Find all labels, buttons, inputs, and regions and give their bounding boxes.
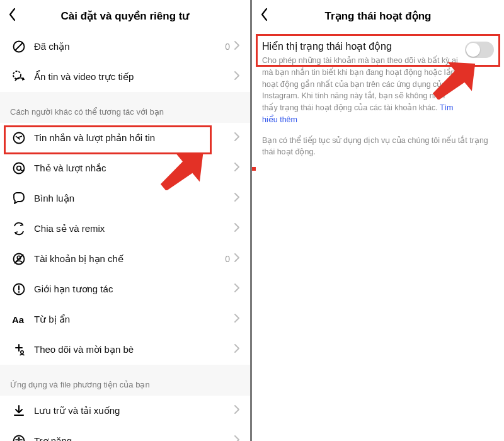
mention-icon [10, 161, 28, 175]
download-icon [10, 404, 28, 418]
row-label: Theo dõi và mời bạn bè [34, 344, 234, 355]
chevron-right-icon [234, 253, 240, 265]
right-header: Trạng thái hoạt động [252, 0, 504, 32]
chevron-right-icon [234, 71, 240, 83]
toggle-title: Hiển thị trạng thái hoạt động [262, 40, 459, 52]
row-label: Giới hạn tương tác [34, 284, 234, 295]
section-divider [0, 365, 250, 371]
chevron-right-icon [234, 40, 240, 53]
limit-icon [10, 282, 28, 296]
top-row-hide[interactable]: Ẩn tin và video trực tiếp [0, 62, 250, 92]
interact-row-limit[interactable]: Giới hạn tương tác [0, 274, 250, 304]
remix-icon [10, 222, 28, 236]
activity-status-note: Bạn có thể tiếp tục sử dụng dịch vụ của … [262, 135, 494, 159]
chevron-right-icon [234, 404, 240, 417]
row-meta: 0 [225, 254, 230, 264]
row-label: Tin nhắn và lượt phản hồi tin [34, 132, 234, 144]
interact-row-remix[interactable]: Chia sẻ và remix [0, 214, 250, 244]
left-header: Cài đặt và quyền riêng tư [0, 0, 250, 32]
comment-icon [10, 192, 28, 205]
back-button[interactable] [260, 8, 268, 24]
hidden-icon [10, 312, 28, 326]
chevron-right-icon [234, 162, 240, 175]
chevron-right-icon [234, 343, 240, 356]
top-row-block[interactable]: Đã chặn0 [0, 32, 250, 62]
chevron-right-icon [234, 132, 240, 144]
row-label: Thẻ và lượt nhắc [34, 163, 234, 174]
activity-status-body: Hiển thị trạng thái hoạt động Cho phép n… [252, 32, 504, 167]
row-label: Bình luận [34, 193, 234, 204]
row-label: Lưu trữ và tải xuống [34, 405, 234, 416]
activity-status-pane: Trạng thái hoạt động Hiển thị trạng thái… [252, 0, 504, 441]
section-divider [0, 92, 250, 98]
access-icon [10, 434, 28, 441]
chevron-right-icon [234, 435, 240, 441]
activity-status-toggle[interactable] [465, 42, 494, 58]
chevron-right-icon [234, 283, 240, 295]
row-meta: 0 [225, 42, 230, 52]
chevron-right-icon [234, 313, 240, 326]
 [252, 167, 256, 171]
back-button[interactable] [8, 8, 16, 24]
section-apps-header: Ứng dụng và file phương tiện của bạn [0, 371, 250, 396]
apps-row-access[interactable]: Trợ năng [0, 426, 250, 441]
chevron-right-icon [234, 222, 240, 235]
apps-row-download[interactable]: Lưu trữ và tải xuống [0, 396, 250, 426]
hide-icon [10, 70, 28, 84]
interact-row-restrict[interactable]: Tài khoản bị hạn chế0 [0, 244, 250, 274]
activity-status-toggle-row: Hiển thị trạng thái hoạt động Cho phép n… [262, 40, 494, 126]
row-label: Từ bị ẩn [34, 314, 234, 325]
toggle-description: Cho phép những tài khoản mà bạn theo dõi… [262, 55, 459, 126]
section-interactions-header: Cách người khác có thể tương tác với bạn [0, 98, 250, 123]
settings-pane: Cài đặt và quyền riêng tư Đã chặn0Ẩn tin… [0, 0, 252, 441]
chevron-right-icon [234, 192, 240, 205]
block-icon [10, 40, 28, 54]
toggle-knob-icon [466, 43, 480, 57]
message-icon [10, 131, 28, 145]
follow-icon [10, 343, 28, 357]
row-label: Chia sẻ và remix [34, 223, 234, 234]
row-label: Đã chặn [34, 41, 225, 52]
page-title: Trạng thái hoạt động [268, 9, 488, 23]
interact-row-follow[interactable]: Theo dõi và mời bạn bè [0, 335, 250, 365]
interact-row-mention[interactable]: Thẻ và lượt nhắc [0, 153, 250, 183]
page-title: Cài đặt và quyền riêng tư [16, 9, 234, 23]
row-label: Ẩn tin và video trực tiếp [34, 71, 234, 83]
row-label: Tài khoản bị hạn chế [34, 253, 225, 265]
interact-row-hidden[interactable]: Từ bị ẩn [0, 304, 250, 335]
interact-row-message[interactable]: Tin nhắn và lượt phản hồi tin [0, 123, 250, 153]
row-label: Trợ năng [34, 435, 234, 441]
app-frame: Cài đặt và quyền riêng tư Đã chặn0Ẩn tin… [0, 0, 504, 441]
restrict-icon [10, 252, 28, 266]
interact-row-comment[interactable]: Bình luận [0, 183, 250, 214]
